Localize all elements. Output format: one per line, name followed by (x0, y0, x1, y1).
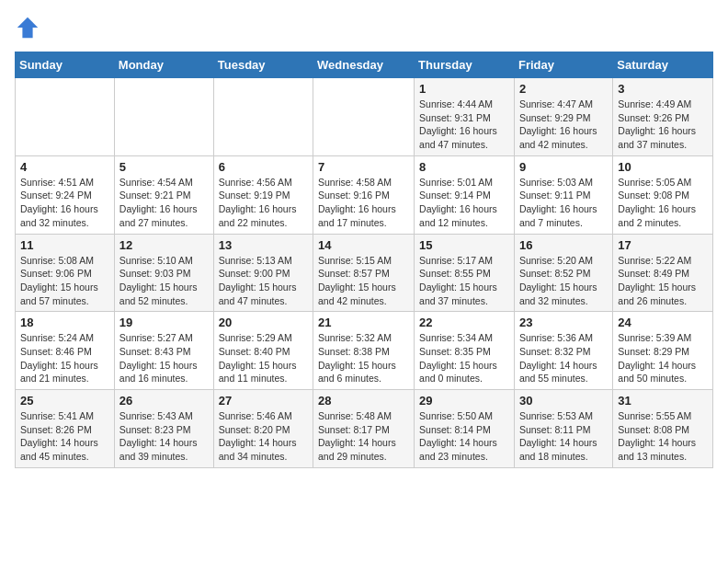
day-number: 7 (318, 160, 409, 174)
day-info: Sunrise: 5:24 AM Sunset: 8:46 PM Dayligh… (20, 331, 109, 385)
day-info: Sunrise: 5:05 AM Sunset: 9:08 PM Dayligh… (618, 176, 708, 230)
calendar-cell: 13Sunrise: 5:13 AM Sunset: 9:00 PM Dayli… (213, 234, 313, 312)
day-info: Sunrise: 5:17 AM Sunset: 8:55 PM Dayligh… (419, 254, 509, 308)
day-info: Sunrise: 5:36 AM Sunset: 8:32 PM Dayligh… (519, 331, 608, 385)
calendar-cell: 1Sunrise: 4:44 AM Sunset: 9:31 PM Daylig… (415, 78, 515, 156)
day-number: 13 (219, 238, 308, 252)
svg-marker-0 (17, 17, 38, 38)
calendar-cell (213, 78, 313, 156)
calendar-header-saturday: Saturday (613, 52, 713, 78)
calendar-cell (114, 78, 213, 156)
day-number: 19 (119, 316, 209, 329)
day-number: 21 (318, 316, 409, 329)
calendar-cell: 27Sunrise: 5:46 AM Sunset: 8:20 PM Dayli… (213, 390, 313, 468)
day-info: Sunrise: 5:32 AM Sunset: 8:38 PM Dayligh… (318, 331, 409, 385)
day-info: Sunrise: 5:01 AM Sunset: 9:14 PM Dayligh… (419, 176, 509, 230)
day-number: 8 (419, 160, 509, 174)
calendar-cell: 24Sunrise: 5:39 AM Sunset: 8:29 PM Dayli… (613, 312, 713, 390)
calendar: SundayMondayTuesdayWednesdayThursdayFrid… (15, 52, 713, 468)
day-number: 23 (519, 316, 608, 329)
day-info: Sunrise: 5:48 AM Sunset: 8:17 PM Dayligh… (318, 409, 409, 464)
calendar-cell: 12Sunrise: 5:10 AM Sunset: 9:03 PM Dayli… (114, 234, 213, 312)
day-number: 30 (519, 394, 608, 408)
day-info: Sunrise: 5:43 AM Sunset: 8:23 PM Dayligh… (119, 409, 209, 464)
day-info: Sunrise: 5:03 AM Sunset: 9:11 PM Dayligh… (519, 176, 608, 230)
calendar-cell: 8Sunrise: 5:01 AM Sunset: 9:14 PM Daylig… (415, 155, 515, 234)
day-info: Sunrise: 4:54 AM Sunset: 9:21 PM Dayligh… (119, 176, 209, 230)
day-number: 22 (419, 316, 509, 329)
calendar-cell: 3Sunrise: 4:49 AM Sunset: 9:26 PM Daylig… (613, 78, 713, 156)
day-info: Sunrise: 4:47 AM Sunset: 9:29 PM Dayligh… (519, 98, 608, 152)
logo (15, 15, 44, 40)
calendar-cell: 17Sunrise: 5:22 AM Sunset: 8:49 PM Dayli… (613, 234, 713, 312)
calendar-cell: 29Sunrise: 5:50 AM Sunset: 8:14 PM Dayli… (415, 390, 515, 468)
logo-icon (15, 15, 40, 40)
calendar-week-row: 4Sunrise: 4:51 AM Sunset: 9:24 PM Daylig… (16, 155, 713, 234)
day-number: 1 (419, 82, 509, 96)
day-info: Sunrise: 5:55 AM Sunset: 8:08 PM Dayligh… (618, 409, 708, 464)
day-info: Sunrise: 4:44 AM Sunset: 9:31 PM Dayligh… (419, 98, 509, 152)
calendar-header-friday: Friday (514, 52, 612, 78)
calendar-cell: 16Sunrise: 5:20 AM Sunset: 8:52 PM Dayli… (514, 234, 612, 312)
calendar-cell: 20Sunrise: 5:29 AM Sunset: 8:40 PM Dayli… (213, 312, 313, 390)
calendar-cell: 2Sunrise: 4:47 AM Sunset: 9:29 PM Daylig… (514, 78, 612, 156)
calendar-cell: 10Sunrise: 5:05 AM Sunset: 9:08 PM Dayli… (613, 155, 713, 234)
day-number: 4 (20, 160, 109, 174)
day-number: 2 (519, 82, 608, 96)
day-info: Sunrise: 5:39 AM Sunset: 8:29 PM Dayligh… (618, 331, 708, 385)
calendar-header-wednesday: Wednesday (313, 52, 415, 78)
calendar-cell: 26Sunrise: 5:43 AM Sunset: 8:23 PM Dayli… (114, 390, 213, 468)
day-number: 26 (119, 394, 209, 408)
day-info: Sunrise: 4:49 AM Sunset: 9:26 PM Dayligh… (618, 98, 708, 152)
day-info: Sunrise: 5:46 AM Sunset: 8:20 PM Dayligh… (219, 409, 308, 464)
calendar-week-row: 18Sunrise: 5:24 AM Sunset: 8:46 PM Dayli… (16, 312, 713, 390)
calendar-cell: 25Sunrise: 5:41 AM Sunset: 8:26 PM Dayli… (16, 390, 115, 468)
day-info: Sunrise: 5:41 AM Sunset: 8:26 PM Dayligh… (20, 409, 109, 464)
calendar-cell: 19Sunrise: 5:27 AM Sunset: 8:43 PM Dayli… (114, 312, 213, 390)
day-number: 25 (20, 394, 109, 408)
day-number: 16 (519, 238, 608, 252)
calendar-cell: 18Sunrise: 5:24 AM Sunset: 8:46 PM Dayli… (16, 312, 115, 390)
calendar-cell: 28Sunrise: 5:48 AM Sunset: 8:17 PM Dayli… (313, 390, 415, 468)
day-info: Sunrise: 5:50 AM Sunset: 8:14 PM Dayligh… (419, 409, 509, 464)
calendar-cell: 14Sunrise: 5:15 AM Sunset: 8:57 PM Dayli… (313, 234, 415, 312)
day-info: Sunrise: 5:13 AM Sunset: 9:00 PM Dayligh… (219, 254, 308, 308)
day-number: 3 (618, 82, 708, 96)
calendar-cell (313, 78, 415, 156)
day-info: Sunrise: 5:53 AM Sunset: 8:11 PM Dayligh… (519, 409, 608, 464)
calendar-cell: 22Sunrise: 5:34 AM Sunset: 8:35 PM Dayli… (415, 312, 515, 390)
day-info: Sunrise: 5:34 AM Sunset: 8:35 PM Dayligh… (419, 331, 509, 385)
calendar-header-monday: Monday (114, 52, 213, 78)
day-number: 31 (618, 394, 708, 408)
day-number: 10 (618, 160, 708, 174)
day-number: 18 (20, 316, 109, 329)
day-info: Sunrise: 4:56 AM Sunset: 9:19 PM Dayligh… (219, 176, 308, 230)
calendar-week-row: 1Sunrise: 4:44 AM Sunset: 9:31 PM Daylig… (16, 78, 713, 156)
calendar-cell: 9Sunrise: 5:03 AM Sunset: 9:11 PM Daylig… (514, 155, 612, 234)
day-number: 28 (318, 394, 409, 408)
calendar-cell: 11Sunrise: 5:08 AM Sunset: 9:06 PM Dayli… (16, 234, 115, 312)
day-number: 11 (20, 238, 109, 252)
day-info: Sunrise: 5:20 AM Sunset: 8:52 PM Dayligh… (519, 254, 608, 308)
calendar-cell: 6Sunrise: 4:56 AM Sunset: 9:19 PM Daylig… (213, 155, 313, 234)
day-number: 29 (419, 394, 509, 408)
calendar-cell: 5Sunrise: 4:54 AM Sunset: 9:21 PM Daylig… (114, 155, 213, 234)
day-number: 27 (219, 394, 308, 408)
day-number: 5 (119, 160, 209, 174)
day-number: 17 (618, 238, 708, 252)
calendar-cell: 23Sunrise: 5:36 AM Sunset: 8:32 PM Dayli… (514, 312, 612, 390)
calendar-cell: 4Sunrise: 4:51 AM Sunset: 9:24 PM Daylig… (16, 155, 115, 234)
day-number: 12 (119, 238, 209, 252)
calendar-header-row: SundayMondayTuesdayWednesdayThursdayFrid… (16, 52, 713, 78)
calendar-week-row: 11Sunrise: 5:08 AM Sunset: 9:06 PM Dayli… (16, 234, 713, 312)
day-number: 24 (618, 316, 708, 329)
calendar-header-sunday: Sunday (16, 52, 115, 78)
header (15, 15, 713, 40)
calendar-header-tuesday: Tuesday (213, 52, 313, 78)
calendar-cell: 31Sunrise: 5:55 AM Sunset: 8:08 PM Dayli… (613, 390, 713, 468)
day-number: 9 (519, 160, 608, 174)
day-info: Sunrise: 5:22 AM Sunset: 8:49 PM Dayligh… (618, 254, 708, 308)
day-info: Sunrise: 5:10 AM Sunset: 9:03 PM Dayligh… (119, 254, 209, 308)
day-info: Sunrise: 5:27 AM Sunset: 8:43 PM Dayligh… (119, 331, 209, 385)
day-number: 14 (318, 238, 409, 252)
